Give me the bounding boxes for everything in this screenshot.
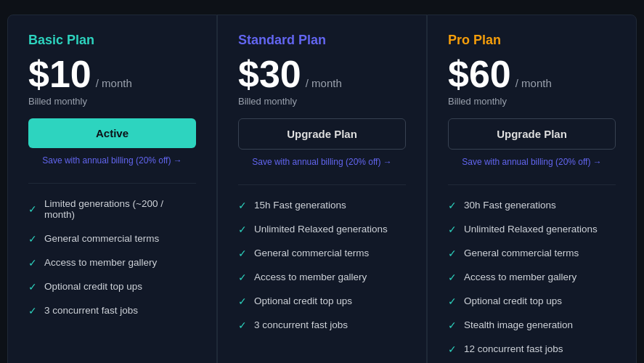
feature-list-basic: ✓Limited generations (~200 / month)✓Gene… xyxy=(28,198,196,316)
feature-label: 15h Fast generations xyxy=(254,200,346,211)
feature-label: Optional credit top ups xyxy=(464,295,562,306)
price-amount-pro: $60 xyxy=(448,55,511,93)
save-link-standard[interactable]: Save with annual billing (20% off) → xyxy=(238,157,406,167)
price-period-standard: / month xyxy=(306,77,342,89)
check-icon: ✓ xyxy=(238,272,247,282)
check-icon: ✓ xyxy=(28,204,37,214)
check-icon: ✓ xyxy=(448,248,457,258)
feature-item: ✓Access to member gallery xyxy=(448,272,616,282)
plan-card-pro: Pro Plan$60/ monthBilled monthlyUpgrade … xyxy=(427,15,637,363)
plan-title-pro: Pro Plan xyxy=(448,33,616,48)
price-amount-basic: $10 xyxy=(28,55,91,93)
check-icon: ✓ xyxy=(28,258,37,268)
price-amount-standard: $30 xyxy=(238,55,301,93)
check-icon: ✓ xyxy=(448,344,457,354)
feature-label: Stealth image generation xyxy=(464,319,573,330)
feature-list-pro: ✓30h Fast generations✓Unlimited Relaxed … xyxy=(448,200,616,354)
check-icon: ✓ xyxy=(238,200,247,211)
feature-label: 30h Fast generations xyxy=(464,200,556,211)
price-period-basic: / month xyxy=(96,77,132,89)
feature-list-standard: ✓15h Fast generations✓Unlimited Relaxed … xyxy=(238,200,406,330)
price-row-standard: $30/ month xyxy=(238,55,406,93)
plan-card-basic: Basic Plan$10/ monthBilled monthlyActive… xyxy=(7,15,217,363)
plan-title-basic: Basic Plan xyxy=(28,33,196,48)
upgrade-button-standard[interactable]: Upgrade Plan xyxy=(238,118,406,150)
feature-item: ✓30h Fast generations xyxy=(448,200,616,211)
feature-item: ✓12 concurrent fast jobs xyxy=(448,343,616,354)
check-icon: ✓ xyxy=(28,282,37,292)
plan-card-standard: Standard Plan$30/ monthBilled monthlyUpg… xyxy=(217,15,427,363)
check-icon: ✓ xyxy=(448,272,457,282)
check-icon: ✓ xyxy=(448,200,457,211)
feature-item: ✓3 concurrent fast jobs xyxy=(238,319,406,330)
divider-pro xyxy=(448,184,616,185)
plan-title-standard: Standard Plan xyxy=(238,33,406,48)
check-icon: ✓ xyxy=(238,296,247,306)
feature-label: Optional credit top ups xyxy=(254,295,352,306)
check-icon: ✓ xyxy=(238,248,247,258)
feature-label: Limited generations (~200 / month) xyxy=(44,198,196,220)
plans-container: Basic Plan$10/ monthBilled monthlyActive… xyxy=(0,0,644,363)
feature-label: 12 concurrent fast jobs xyxy=(464,343,563,354)
feature-item: ✓Stealth image generation xyxy=(448,319,616,330)
billed-text-standard: Billed monthly xyxy=(238,96,406,107)
active-button-basic[interactable]: Active xyxy=(28,118,196,148)
check-icon: ✓ xyxy=(28,306,37,316)
feature-item: ✓Optional credit top ups xyxy=(448,295,616,306)
price-period-pro: / month xyxy=(515,77,552,89)
divider-basic xyxy=(28,183,196,184)
check-icon: ✓ xyxy=(238,320,247,330)
feature-item: ✓Optional credit top ups xyxy=(238,295,406,306)
feature-label: Access to member gallery xyxy=(44,257,157,268)
check-icon: ✓ xyxy=(238,224,247,234)
feature-label: Access to member gallery xyxy=(464,272,576,282)
feature-item: ✓15h Fast generations xyxy=(238,200,406,211)
feature-item: ✓Unlimited Relaxed generations xyxy=(238,224,406,234)
feature-label: General commercial terms xyxy=(254,248,369,258)
feature-label: 3 concurrent fast jobs xyxy=(44,305,138,316)
feature-label: 3 concurrent fast jobs xyxy=(254,319,348,330)
feature-label: Access to member gallery xyxy=(254,272,367,282)
feature-label: Optional credit top ups xyxy=(44,281,142,292)
feature-label: Unlimited Relaxed generations xyxy=(464,224,598,234)
feature-item: ✓3 concurrent fast jobs xyxy=(28,305,196,316)
save-link-basic[interactable]: Save with annual billing (20% off) → xyxy=(28,155,196,166)
save-link-pro[interactable]: Save with annual billing (20% off) → xyxy=(448,157,616,167)
feature-label: Unlimited Relaxed generations xyxy=(254,224,388,234)
feature-item: ✓General commercial terms xyxy=(448,248,616,258)
feature-item: ✓Optional credit top ups xyxy=(28,281,196,292)
check-icon: ✓ xyxy=(448,296,457,306)
feature-item: ✓Unlimited Relaxed generations xyxy=(448,224,616,234)
upgrade-button-pro[interactable]: Upgrade Plan xyxy=(448,118,616,150)
price-row-basic: $10/ month xyxy=(28,55,196,93)
feature-label: General commercial terms xyxy=(464,248,579,258)
feature-label: General commercial terms xyxy=(44,233,159,244)
feature-item: ✓Access to member gallery xyxy=(28,257,196,268)
billed-text-basic: Billed monthly xyxy=(28,96,196,107)
check-icon: ✓ xyxy=(448,320,457,330)
feature-item: ✓General commercial terms xyxy=(28,233,196,244)
divider-standard xyxy=(238,184,406,185)
feature-item: ✓General commercial terms xyxy=(238,248,406,258)
price-row-pro: $60/ month xyxy=(448,55,616,93)
check-icon: ✓ xyxy=(448,224,457,234)
check-icon: ✓ xyxy=(28,234,37,244)
billed-text-pro: Billed monthly xyxy=(448,96,616,107)
feature-item: ✓Access to member gallery xyxy=(238,272,406,282)
feature-item: ✓Limited generations (~200 / month) xyxy=(28,198,196,220)
